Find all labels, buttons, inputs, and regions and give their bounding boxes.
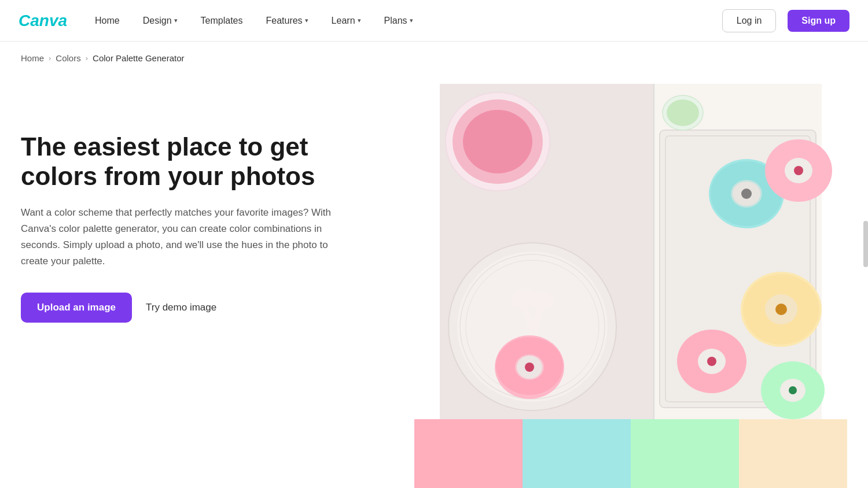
- breadcrumb-colors[interactable]: Colors: [56, 53, 80, 63]
- nav-features[interactable]: Features ▾: [256, 11, 317, 31]
- breadcrumb-home[interactable]: Home: [21, 53, 44, 63]
- cta-row: Upload an image Try demo image: [21, 293, 380, 323]
- login-button[interactable]: Log in: [722, 9, 777, 32]
- chevron-down-icon: ▾: [410, 17, 413, 24]
- nav-home[interactable]: Home: [86, 11, 129, 31]
- breadcrumb-sep-2: ›: [86, 54, 88, 62]
- swatch-yellow: [739, 419, 847, 488]
- breadcrumb-sep-1: ›: [49, 54, 51, 62]
- navbar: Canva Home Design ▾ Templates Features ▾…: [0, 0, 868, 42]
- canva-logo[interactable]: Canva: [19, 12, 67, 30]
- swatch-mint: [631, 419, 739, 488]
- nav-design[interactable]: Design ▾: [134, 11, 187, 31]
- nav-plans[interactable]: Plans ▾: [375, 11, 422, 31]
- chevron-down-icon: ▾: [358, 17, 361, 24]
- hero-image: [414, 84, 847, 419]
- upload-image-button[interactable]: Upload an image: [21, 293, 132, 323]
- svg-point-17: [525, 363, 534, 372]
- hero-description: Want a color scheme that perfectly match…: [21, 205, 356, 269]
- svg-point-40: [667, 99, 699, 126]
- swatch-hot-pink: [414, 419, 523, 488]
- svg-point-35: [707, 357, 716, 366]
- palette-row: [414, 419, 847, 488]
- nav-learn[interactable]: Learn ▾: [322, 11, 370, 31]
- breadcrumb-current: Color Palette Generator: [93, 53, 184, 63]
- signup-button[interactable]: Sign up: [788, 10, 849, 32]
- chevron-down-icon: ▾: [305, 17, 308, 24]
- main-content: The easiest place to get colors from you…: [0, 63, 868, 488]
- chevron-down-icon: ▾: [174, 17, 178, 24]
- hero-title: The easiest place to get colors from you…: [21, 132, 380, 191]
- svg-point-28: [794, 166, 803, 175]
- nav-templates[interactable]: Templates: [192, 11, 252, 31]
- scrollbar[interactable]: [863, 221, 868, 267]
- svg-point-32: [775, 304, 787, 315]
- swatch-tiffany-blue: [523, 419, 631, 488]
- svg-point-8: [463, 110, 532, 173]
- left-panel: The easiest place to get colors from you…: [21, 63, 414, 323]
- svg-point-38: [789, 386, 797, 394]
- svg-point-25: [741, 188, 752, 199]
- right-panel: Hot Pink #FFAEBC Tiffany Blue #A0E7E5 Mi…: [414, 63, 847, 488]
- breadcrumb: Home › Colors › Color Palette Generator: [0, 42, 868, 63]
- try-demo-button[interactable]: Try demo image: [146, 302, 216, 313]
